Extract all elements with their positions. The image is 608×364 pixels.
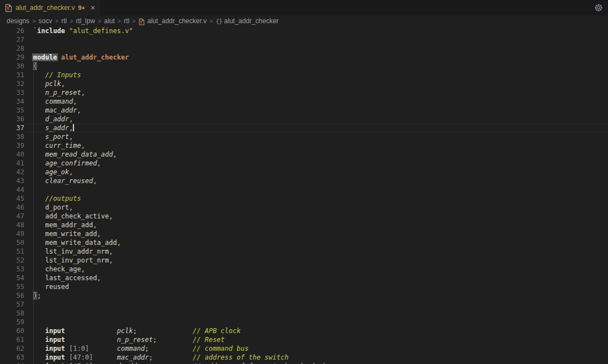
code-token: mac_addr bbox=[45, 106, 77, 114]
code-token: [47:0] bbox=[69, 354, 93, 361]
code-line[interactable]: 35 mac_addr, bbox=[0, 106, 608, 115]
code-token bbox=[65, 327, 117, 335]
code-line[interactable]: 58 bbox=[0, 309, 608, 318]
line-number: 32 bbox=[0, 79, 24, 88]
breadcrumb-file[interactable]: alut_addr_checker.v bbox=[147, 17, 207, 25]
line-number: 60 bbox=[0, 326, 24, 335]
code-line-content: curr_time, bbox=[33, 141, 85, 150]
code-token: , bbox=[81, 89, 85, 97]
code-line[interactable]: 57 bbox=[0, 300, 608, 309]
code-line[interactable]: 32 pclk, bbox=[0, 79, 608, 88]
code-token: curr_time bbox=[45, 142, 81, 149]
code-line[interactable]: 26`include "alut_defines.v" bbox=[0, 26, 608, 35]
code-token: age_confirmed bbox=[45, 159, 97, 167]
code-line[interactable]: 38 s_port, bbox=[0, 132, 608, 141]
line-number: 34 bbox=[0, 97, 24, 106]
code-line[interactable]: 31 // Inputs bbox=[0, 71, 608, 79]
breadcrumb-item-alut[interactable]: alut bbox=[104, 17, 115, 25]
code-line[interactable]: 27 bbox=[0, 35, 608, 44]
code-line[interactable]: 63 input [47:0] mac_addr; // address of … bbox=[0, 353, 608, 362]
code-token: ( bbox=[33, 62, 37, 70]
tab-alut-addr-checker[interactable]: alut_addr_checker.v 9+ × bbox=[0, 0, 101, 15]
code-line[interactable]: 28 bbox=[0, 44, 608, 53]
code-token: // Reset bbox=[193, 336, 225, 344]
code-token bbox=[33, 124, 45, 132]
code-line[interactable]: 60 input pclk; // APB clock bbox=[0, 326, 608, 335]
code-token: pclk bbox=[117, 327, 133, 335]
code-editor[interactable]: 26`include "alut_defines.v"272829module … bbox=[0, 26, 608, 364]
breadcrumb-item-rtl[interactable]: rtl bbox=[61, 17, 67, 25]
code-line[interactable]: 49 mem_write_add, bbox=[0, 229, 608, 238]
code-line-content: input [47:0] mac_addr; // address of the… bbox=[33, 353, 288, 362]
code-line[interactable]: 59 bbox=[0, 318, 608, 326]
code-token: mem_addr_add bbox=[45, 221, 93, 229]
line-number: 48 bbox=[0, 221, 24, 229]
code-token: , bbox=[69, 133, 73, 141]
code-line[interactable]: 48 mem_addr_add, bbox=[0, 221, 608, 229]
line-number: 54 bbox=[0, 274, 24, 282]
code-token: age_ok bbox=[45, 168, 69, 176]
code-token bbox=[33, 89, 45, 97]
code-line[interactable]: 34 command, bbox=[0, 97, 608, 106]
code-line-content: lst_inv_addr_nrm, bbox=[33, 247, 113, 256]
code-line[interactable]: 45 //outputs bbox=[0, 194, 608, 203]
settings-gear-icon[interactable] bbox=[594, 3, 603, 12]
code-token: , bbox=[73, 98, 77, 105]
code-line[interactable]: 43 clear_reused, bbox=[0, 176, 608, 185]
code-line[interactable]: 52 lst_inv_port_nrm, bbox=[0, 256, 608, 265]
breadcrumb-item-rtl_lpw[interactable]: rtl_lpw bbox=[76, 17, 95, 25]
code-line-content: `include "alut_defines.v" bbox=[33, 26, 133, 35]
breadcrumb-item-designs[interactable]: designs bbox=[7, 17, 29, 25]
code-line[interactable]: 29module alut_addr_checker bbox=[0, 53, 608, 62]
line-number: 33 bbox=[0, 88, 24, 97]
code-line[interactable]: 64 input [47:0] d_addr; // address of fr… bbox=[0, 362, 608, 364]
code-line[interactable]: 30( bbox=[0, 62, 608, 71]
line-number: 39 bbox=[0, 141, 24, 150]
code-line[interactable]: 56); bbox=[0, 291, 608, 300]
code-line[interactable]: 51 lst_inv_addr_nrm, bbox=[0, 247, 608, 256]
line-number: 63 bbox=[0, 353, 24, 362]
code-token bbox=[33, 327, 45, 335]
symbol-braces-icon: {} bbox=[216, 18, 222, 25]
breadcrumb-symbol[interactable]: alut_addr_checker bbox=[224, 17, 279, 25]
code-token: mem_write_data_add bbox=[45, 239, 117, 247]
code-line[interactable]: 33 n_p_reset, bbox=[0, 88, 608, 97]
code-line[interactable]: 37 s_addr, bbox=[0, 124, 608, 132]
chevron-right-icon: > bbox=[70, 18, 73, 24]
code-line-content: command, bbox=[33, 97, 77, 106]
code-line[interactable]: 42 age_ok, bbox=[0, 168, 608, 176]
code-line[interactable]: 53 check_age, bbox=[0, 265, 608, 274]
code-line[interactable]: 54 last_accessed, bbox=[0, 274, 608, 282]
code-token bbox=[33, 283, 45, 291]
code-token bbox=[33, 133, 45, 141]
code-line[interactable]: 50 mem_write_data_add, bbox=[0, 238, 608, 247]
code-line-content: reused bbox=[33, 282, 69, 291]
line-number: 31 bbox=[0, 71, 24, 79]
code-line[interactable]: 41 age_confirmed, bbox=[0, 159, 608, 168]
code-line-content: s_addr, bbox=[33, 124, 73, 132]
code-line[interactable]: 47 add_check_active, bbox=[0, 212, 608, 221]
code-line[interactable]: 46 d_port, bbox=[0, 203, 608, 212]
code-line-content: mem_addr_add, bbox=[33, 221, 97, 229]
code-token: module bbox=[33, 53, 57, 61]
breadcrumb-item-socv[interactable]: socv bbox=[39, 17, 52, 25]
code-token: , bbox=[77, 106, 81, 114]
code-line[interactable]: 44 bbox=[0, 185, 608, 194]
line-number: 47 bbox=[0, 212, 24, 221]
code-token bbox=[33, 345, 45, 352]
code-token: , bbox=[97, 159, 101, 167]
code-line[interactable]: 39 curr_time, bbox=[0, 141, 608, 150]
code-line[interactable]: 40 mem_read_data_add, bbox=[0, 150, 608, 159]
code-token: mem_read_data_add bbox=[45, 151, 113, 158]
code-line[interactable]: 61 input n_p_reset; // Reset bbox=[0, 335, 608, 344]
close-icon[interactable]: × bbox=[91, 4, 95, 12]
line-number: 44 bbox=[0, 185, 24, 194]
code-token: ; bbox=[153, 336, 193, 344]
code-line[interactable]: 55 reused bbox=[0, 282, 608, 291]
code-token: // command bus bbox=[193, 345, 249, 352]
code-token: command bbox=[45, 98, 73, 105]
code-line[interactable]: 62 input [1:0] command; // command bus bbox=[0, 344, 608, 353]
breadcrumb-item-rtl[interactable]: rtl bbox=[124, 17, 129, 25]
code-line[interactable]: 36 d_addr, bbox=[0, 115, 608, 124]
code-token: d_addr bbox=[45, 115, 69, 123]
